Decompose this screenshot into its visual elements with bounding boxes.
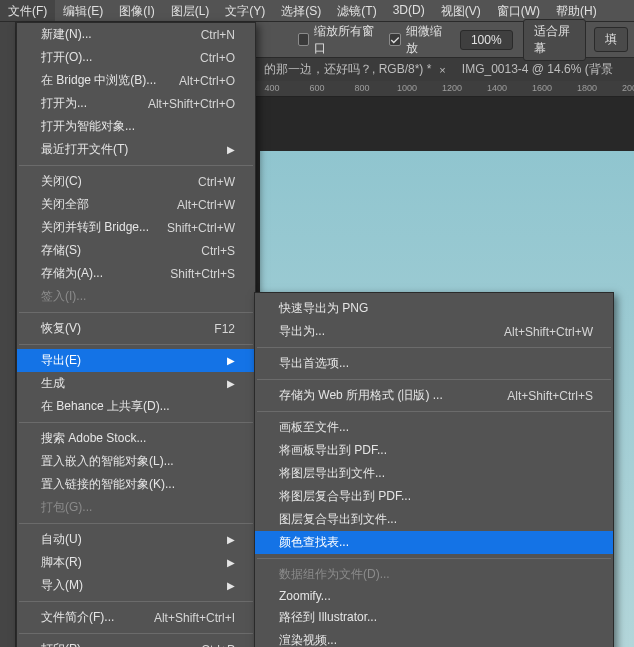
menu-item-label: 关闭全部 — [41, 196, 89, 213]
export-submenu-item[interactable]: 颜色查找表... — [255, 531, 613, 554]
menu-item-label: 画板至文件... — [279, 419, 349, 436]
export-submenu-item[interactable]: 渲染视频... — [255, 629, 613, 647]
menu-item-label: 关闭并转到 Bridge... — [41, 219, 149, 236]
export-submenu-item[interactable]: 将画板导出到 PDF... — [255, 439, 613, 462]
menu-item-label: 导出为... — [279, 323, 325, 340]
ruler-tick: 800 — [354, 83, 369, 93]
menubar-item-layer[interactable]: 图层(L) — [163, 0, 218, 21]
file-menu-item[interactable]: 生成▶ — [17, 372, 255, 395]
menu-item-label: 路径到 Illustrator... — [279, 609, 377, 626]
shrink-windows-label: 缩放所有窗口 — [314, 23, 375, 57]
file-menu-separator — [19, 165, 253, 166]
menu-item-shortcut: Alt+Shift+Ctrl+S — [507, 389, 593, 403]
file-menu-item[interactable]: 打开为智能对象... — [17, 115, 255, 138]
file-menu-item[interactable]: 关闭并转到 Bridge...Shift+Ctrl+W — [17, 216, 255, 239]
checkbox-unchecked-icon[interactable] — [298, 33, 309, 46]
file-menu-item[interactable]: 最近打开文件(T)▶ — [17, 138, 255, 161]
file-menu-item[interactable]: 文件简介(F)...Alt+Shift+Ctrl+I — [17, 606, 255, 629]
chevron-right-icon: ▶ — [215, 534, 235, 545]
file-menu-item[interactable]: 脚本(R)▶ — [17, 551, 255, 574]
menu-item-label: 导入(M) — [41, 577, 83, 594]
document-tab[interactable]: IMG_0013-4 @ 14.6% (背景 — [454, 58, 621, 81]
menu-item-shortcut: Ctrl+W — [198, 175, 235, 189]
menubar-item-filter[interactable]: 滤镜(T) — [329, 0, 384, 21]
menubar-item-window[interactable]: 窗口(W) — [489, 0, 548, 21]
fit-screen-button[interactable]: 适合屏幕 — [523, 19, 586, 61]
menu-item-label: 在 Behance 上共享(D)... — [41, 398, 170, 415]
document-tab[interactable]: 的那一边，还好吗？, RGB/8*) * × — [256, 58, 454, 81]
file-menu-item[interactable]: 置入链接的智能对象(K)... — [17, 473, 255, 496]
menubar-item-3d[interactable]: 3D(D) — [385, 0, 433, 21]
file-menu-item[interactable]: 导入(M)▶ — [17, 574, 255, 597]
export-submenu-item[interactable]: 导出首选项... — [255, 352, 613, 375]
export-submenu-item[interactable]: 画板至文件... — [255, 416, 613, 439]
menubar-item-edit[interactable]: 编辑(E) — [55, 0, 111, 21]
menu-item-label: 恢复(V) — [41, 320, 81, 337]
left-tool-strip — [0, 22, 16, 647]
ruler-tick: 400 — [264, 83, 279, 93]
menubar-item-file[interactable]: 文件(F) — [0, 0, 55, 21]
file-menu-item[interactable]: 在 Behance 上共享(D)... — [17, 395, 255, 418]
file-menu-item: 签入(I)... — [17, 285, 255, 308]
menubar-item-image[interactable]: 图像(I) — [111, 0, 162, 21]
file-menu-separator — [19, 344, 253, 345]
menu-item-label: 存储(S) — [41, 242, 81, 259]
export-submenu-item[interactable]: Zoomify... — [255, 586, 613, 606]
file-menu-item[interactable]: 关闭(C)Ctrl+W — [17, 170, 255, 193]
zoom-value-field[interactable]: 100% — [460, 30, 513, 50]
file-menu-item[interactable]: 打开(O)...Ctrl+O — [17, 46, 255, 69]
shrink-windows-option[interactable]: 缩放所有窗口 — [298, 23, 376, 57]
menu-item-shortcut: F12 — [214, 322, 235, 336]
menubar-item-help[interactable]: 帮助(H) — [548, 0, 605, 21]
export-submenu-item[interactable]: 快速导出为 PNG — [255, 297, 613, 320]
ruler-tick: 1400 — [487, 83, 507, 93]
menu-item-label: 存储为 Web 所用格式 (旧版) ... — [279, 387, 443, 404]
file-menu-item[interactable]: 搜索 Adobe Stock... — [17, 427, 255, 450]
menu-item-label: 将图层复合导出到 PDF... — [279, 488, 411, 505]
menu-item-shortcut: Alt+Shift+Ctrl+W — [504, 325, 593, 339]
file-menu-item[interactable]: 存储(S)Ctrl+S — [17, 239, 255, 262]
export-submenu-item[interactable]: 将图层复合导出到 PDF... — [255, 485, 613, 508]
menu-item-shortcut: Shift+Ctrl+S — [170, 267, 235, 281]
ruler-tick: 1200 — [442, 83, 462, 93]
export-submenu-item[interactable]: 将图层导出到文件... — [255, 462, 613, 485]
tab-title: IMG_0013-4 @ 14.6% (背景 — [462, 61, 613, 78]
close-icon[interactable]: × — [439, 64, 445, 76]
file-menu-item[interactable]: 新建(N)...Ctrl+N — [17, 23, 255, 46]
file-menu-separator — [19, 422, 253, 423]
menu-item-shortcut: Alt+Shift+Ctrl+O — [148, 97, 235, 111]
export-submenu-item[interactable]: 图层复合导出到文件... — [255, 508, 613, 531]
menu-item-shortcut: Ctrl+O — [200, 51, 235, 65]
file-menu-item[interactable]: 打开为...Alt+Shift+Ctrl+O — [17, 92, 255, 115]
checkbox-checked-icon[interactable] — [389, 33, 401, 46]
menubar-item-select[interactable]: 选择(S) — [273, 0, 329, 21]
fine-zoom-option[interactable]: 细微缩放 — [389, 23, 446, 57]
export-submenu-item[interactable]: 路径到 Illustrator... — [255, 606, 613, 629]
chevron-right-icon: ▶ — [215, 355, 235, 366]
menu-item-label: 搜索 Adobe Stock... — [41, 430, 146, 447]
file-menu-separator — [19, 312, 253, 313]
file-menu-item[interactable]: 恢复(V)F12 — [17, 317, 255, 340]
file-menu-item[interactable]: 置入嵌入的智能对象(L)... — [17, 450, 255, 473]
menu-item-label: 自动(U) — [41, 531, 82, 548]
export-submenu: 快速导出为 PNG导出为...Alt+Shift+Ctrl+W导出首选项...存… — [254, 292, 614, 647]
menu-item-label: 置入链接的智能对象(K)... — [41, 476, 175, 493]
menubar-item-text[interactable]: 文字(Y) — [217, 0, 273, 21]
export-submenu-item[interactable]: 导出为...Alt+Shift+Ctrl+W — [255, 320, 613, 343]
file-menu-item[interactable]: 关闭全部Alt+Ctrl+W — [17, 193, 255, 216]
fill-button[interactable]: 填 — [594, 27, 628, 52]
menu-item-shortcut: Ctrl+S — [201, 244, 235, 258]
file-menu-item[interactable]: 在 Bridge 中浏览(B)...Alt+Ctrl+O — [17, 69, 255, 92]
file-menu-item[interactable]: 自动(U)▶ — [17, 528, 255, 551]
menubar-item-view[interactable]: 视图(V) — [433, 0, 489, 21]
export-submenu-separator — [257, 347, 611, 348]
horizontal-ruler: 400 600 800 1000 1200 1400 1600 1800 200… — [256, 81, 634, 97]
tab-title: 的那一边，还好吗？, RGB/8*) * — [264, 61, 431, 78]
chevron-right-icon: ▶ — [215, 557, 235, 568]
menu-item-label: 打开(O)... — [41, 49, 92, 66]
export-submenu-item[interactable]: 存储为 Web 所用格式 (旧版) ...Alt+Shift+Ctrl+S — [255, 384, 613, 407]
file-menu-item[interactable]: 导出(E)▶ — [17, 349, 255, 372]
file-menu-item[interactable]: 存储为(A)...Shift+Ctrl+S — [17, 262, 255, 285]
menu-item-label: 打印(P)... — [41, 641, 91, 647]
file-menu-item[interactable]: 打印(P)...Ctrl+P — [17, 638, 255, 647]
